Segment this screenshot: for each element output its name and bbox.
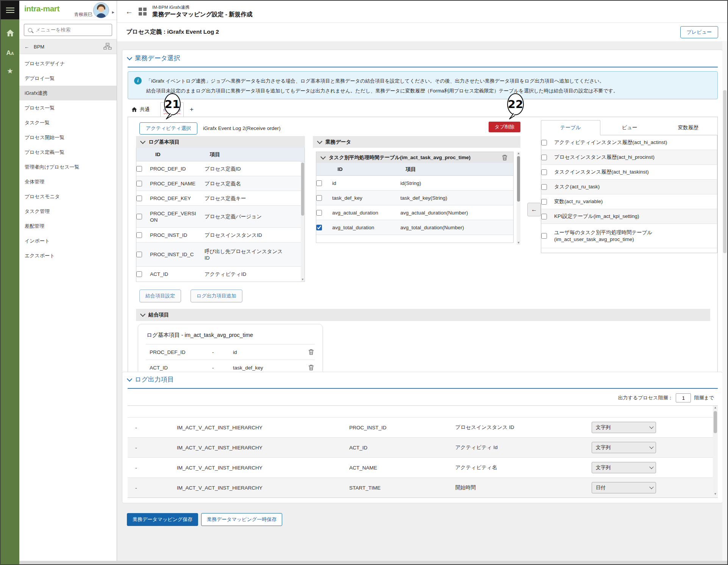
table-row: - IM_ACT_V_ACT_INST_HIERARCHY ACT_ID アクテ… [128, 437, 718, 457]
sidebar: intra-mart 青柳辰巳 ▶ メニューを検索 ← BPM プロセスデザイナ… [19, 1, 117, 564]
sidebar-item-task-admin[interactable]: タスク管理 [19, 204, 117, 219]
save-mapping-button[interactable]: 業務データマッピング保存 [127, 513, 198, 526]
sidebar-item-export[interactable]: エクスポート [19, 248, 117, 263]
scrollbar-thumb[interactable] [723, 90, 726, 253]
font-size-icon[interactable]: AA [6, 50, 14, 56]
chevron-down-icon[interactable] [127, 55, 132, 60]
join-settings-button[interactable]: 結合項目設定 [139, 290, 181, 302]
row-checkbox[interactable] [541, 169, 547, 175]
business-data-header: 業務データ [313, 136, 520, 148]
app-grid-icon[interactable] [139, 8, 147, 16]
row-checkbox[interactable] [316, 210, 322, 216]
chevron-down-icon[interactable] [140, 138, 145, 144]
move-left-button[interactable]: ← [527, 203, 541, 216]
scroll-up-icon[interactable]: ▲ [517, 152, 520, 155]
row-checkbox[interactable] [541, 214, 547, 219]
tab-common[interactable]: 共通 [129, 106, 153, 117]
table-row: - IM_ACT_V_ACT_INST_HIERARCHY PROC_INST_… [128, 417, 718, 437]
row-checkbox[interactable] [541, 155, 547, 160]
table-row: PROC_DEF_VERSION プロセス定義バージョン [136, 206, 305, 228]
favorites-star-icon[interactable]: ★ [7, 67, 13, 75]
row-checkbox[interactable] [316, 225, 322, 230]
sidebar-item-task-list[interactable]: タスク一覧 [19, 115, 117, 130]
home-icon[interactable] [6, 29, 14, 38]
chevron-down-icon[interactable] [140, 311, 145, 317]
scrollbar-thumb[interactable] [301, 163, 304, 216]
row-checkbox[interactable] [136, 252, 142, 257]
bottom-actions: 業務データマッピング保存 業務データマッピング一時保存 [127, 513, 282, 526]
info-box: i 「iGrafx イベントログ連携」ジョブへ業務データを出力させる場合、ログ基… [128, 71, 718, 99]
hierarchy-input[interactable] [676, 393, 691, 402]
tab-content-panel: アクティビティ選択 iGrafx Event Log 2(Receive ord… [128, 117, 718, 402]
info-icon: i [134, 77, 142, 85]
row-checkbox[interactable] [541, 140, 547, 146]
avatar-caret-icon[interactable]: ▶ [112, 11, 114, 14]
type-select[interactable]: 文字列 [592, 462, 656, 473]
chevron-down-icon[interactable] [127, 376, 132, 381]
row-checkbox[interactable] [136, 166, 142, 172]
row-checkbox[interactable] [316, 180, 322, 186]
scroll-down-icon[interactable]: ▼ [713, 492, 718, 496]
sidebar-item-dispatch-admin[interactable]: 差配管理 [19, 219, 117, 233]
list-item: プロセスインスタンス履歴(act_hi_procinst) [541, 150, 717, 165]
trash-icon[interactable] [501, 154, 508, 161]
section-title-log-output: ログ出力項目 [128, 375, 174, 384]
row-checkbox[interactable] [316, 195, 322, 201]
sidebar-item-admin-process-list[interactable]: 管理者向けプロセス一覧 [19, 160, 117, 174]
avatar[interactable] [93, 2, 109, 18]
row-checkbox[interactable] [136, 196, 142, 201]
scroll-down-icon[interactable]: ▼ [517, 241, 520, 245]
type-select[interactable]: 日付 [592, 482, 656, 493]
sidebar-item-overall-admin[interactable]: 全体管理 [19, 174, 117, 189]
tab-variable-history[interactable]: 変数履歴 [659, 120, 717, 135]
sidebar-back-bpm[interactable]: ← BPM [19, 39, 117, 54]
log-basic-items-panel: ログ基本項目 ID 項目 PROC_DEF_ID プロセス定義ID [136, 136, 305, 282]
sidebar-item-deploy-list[interactable]: デプロイ一覧 [19, 71, 117, 86]
sidebar-item-igrafx-link[interactable]: iGrafx連携 [19, 86, 117, 100]
callout-22: 22 [507, 93, 524, 115]
table-row: task_def_key task_def_key(String) [316, 191, 513, 205]
sidebar-item-process-designer[interactable]: プロセスデザイナ [19, 56, 117, 71]
table-row: - IM_ACT_V_ACT_INST_HIERARCHY ACT_NAME ア… [128, 457, 718, 477]
trash-icon[interactable] [308, 348, 315, 356]
scroll-down-icon[interactable]: ▼ [301, 278, 305, 282]
back-button[interactable]: ← [125, 7, 133, 16]
sidebar-item-import[interactable]: インポート [19, 233, 117, 248]
hamburger-menu-button[interactable] [1, 1, 19, 19]
temp-save-mapping-button[interactable]: 業務データマッピング一時保存 [201, 513, 282, 526]
info-line-2: 結合項目未設定のままログ出力項目に業務データ項目を追加してもデータは出力されませ… [146, 86, 711, 96]
scrollbar-thumb[interactable] [517, 156, 520, 202]
row-checkbox[interactable] [136, 181, 142, 186]
sidebar-item-process-start-list[interactable]: プロセス開始一覧 [19, 130, 117, 145]
tab-view[interactable]: ビュー [600, 120, 659, 135]
tab-add-button[interactable]: + [184, 106, 198, 117]
activity-select-button[interactable]: アクティビティ選択 [139, 122, 197, 135]
hierarchy-suffix: 階層まで [694, 394, 714, 401]
type-select[interactable]: 文字列 [592, 422, 656, 433]
add-log-output-button[interactable]: ログ出力項目追加 [191, 290, 242, 302]
sidebar-item-process-def-list[interactable]: プロセス定義一覧 [19, 145, 117, 160]
business-data-selection-card: 業務データ選択 i 「iGrafx イベントログ連携」ジョブへ業務データを出力さ… [122, 50, 723, 408]
row-checkbox[interactable] [541, 199, 547, 205]
row-checkbox[interactable] [136, 271, 142, 277]
chevron-down-icon[interactable] [317, 138, 322, 144]
tab-delete-button[interactable]: タブ削除 [489, 122, 520, 132]
chevron-down-icon[interactable] [320, 154, 326, 159]
row-checkbox[interactable] [136, 214, 142, 219]
menu-search-input[interactable]: メニューを検索 [24, 24, 112, 36]
tab-table[interactable]: テーブル [541, 120, 600, 135]
row-checkbox[interactable] [136, 232, 142, 238]
type-select[interactable]: 文字列 [592, 442, 656, 453]
preview-button[interactable]: プレビュー [680, 26, 718, 38]
row-checkbox[interactable] [541, 184, 547, 190]
table-row: PROC_INST_ID_C 呼び出し先プロセスインスタンスID [136, 243, 305, 267]
row-checkbox[interactable] [541, 233, 547, 239]
scrollbar-track: ▲ ▼ [713, 406, 718, 496]
trash-icon[interactable] [308, 364, 315, 371]
scroll-up-icon[interactable]: ▲ [713, 406, 718, 410]
scrollbar-thumb[interactable] [714, 411, 717, 433]
info-line-1: 「iGrafx イベントログ連携」ジョブへ業務データを出力させる場合、ログ基本項… [146, 76, 711, 86]
sidebar-item-process-monitor[interactable]: プロセスモニタ [19, 189, 117, 204]
sitemap-icon[interactable] [103, 43, 112, 51]
sidebar-item-process-list[interactable]: プロセス一覧 [19, 100, 117, 115]
